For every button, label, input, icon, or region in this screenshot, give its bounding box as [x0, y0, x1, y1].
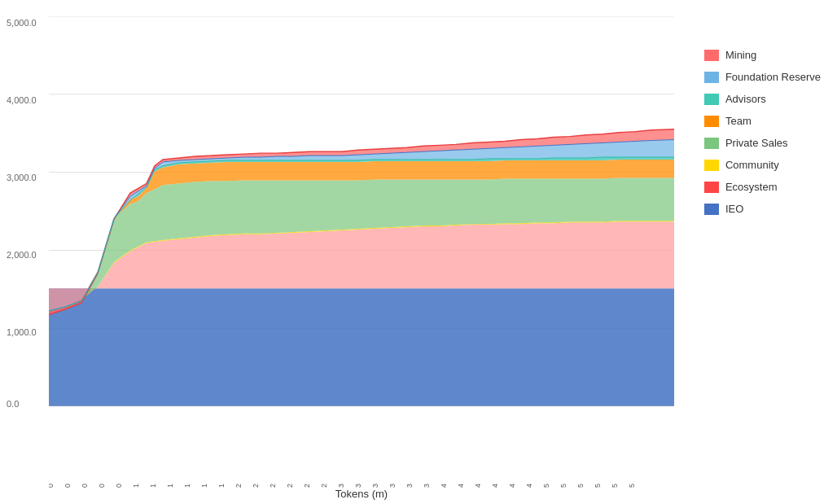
- team-color: [704, 116, 719, 127]
- chart-container: 5,000.0 4,000.0 3,000.0 2,000.0 1,000.0 …: [0, 0, 837, 504]
- private-sales-color: [704, 138, 719, 149]
- legend-foundation-label: Foundation Reserve: [725, 71, 821, 83]
- legend-mining-label: Mining: [725, 49, 756, 61]
- legend-ecosystem: Ecosystem: [704, 181, 821, 193]
- legend-team-label: Team: [725, 115, 752, 127]
- legend-ieo-label: IEO: [725, 203, 743, 215]
- y-label-0: 0.0: [7, 399, 19, 409]
- legend-ieo: IEO: [704, 203, 821, 215]
- x-axis-svg: 9-Apr-2020 9-Jun-2020 9-Aug-2020 9-Oct-2…: [49, 423, 674, 488]
- legend-private-sales: Private Sales: [704, 137, 821, 149]
- legend-ecosystem-label: Ecosystem: [725, 181, 778, 193]
- y-label-3000: 3,000.0: [7, 173, 37, 182]
- foundation-color: [704, 72, 719, 83]
- advisors-color: [704, 94, 719, 105]
- legend-advisors-label: Advisors: [725, 93, 766, 105]
- community-color: [704, 160, 719, 171]
- legend-mining: Mining: [704, 49, 821, 61]
- mining-color: [704, 50, 719, 61]
- legend-community-label: Community: [725, 159, 779, 171]
- y-label-2000: 2,000.0: [7, 250, 37, 260]
- x-axis-title: Tokens (m): [49, 488, 674, 500]
- y-label-5000: 5,000.0: [7, 18, 37, 28]
- legend: Mining Foundation Reserve Advisors Team …: [704, 49, 821, 215]
- legend-foundation: Foundation Reserve: [704, 71, 821, 83]
- y-label-1000: 1,000.0: [7, 327, 37, 337]
- legend-advisors: Advisors: [704, 93, 821, 105]
- x-axis-labels-container: 9-Apr-2020 9-Jun-2020 9-Aug-2020 9-Oct-2…: [49, 423, 674, 488]
- legend-team: Team: [704, 115, 821, 127]
- chart-area: [49, 16, 674, 406]
- legend-private-sales-label: Private Sales: [725, 137, 788, 149]
- legend-community: Community: [704, 159, 821, 171]
- ieo-color: [704, 204, 719, 215]
- ecosystem-color: [704, 182, 719, 193]
- chart-svg: [49, 16, 674, 406]
- y-label-4000: 4,000.0: [7, 95, 37, 105]
